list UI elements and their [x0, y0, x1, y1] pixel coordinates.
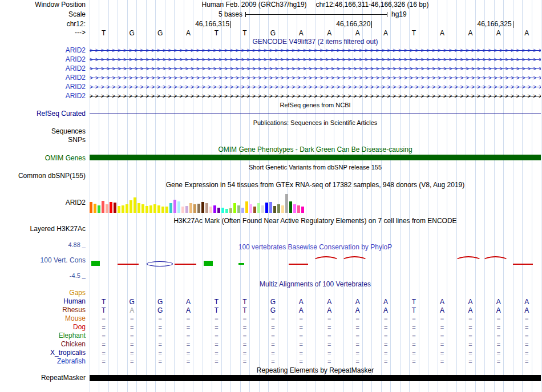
gencode-transcript-line[interactable]: >>>>>>>>>>>>>>>>>>>>>>>>>>>>>>>>>>>>>>>>… — [90, 56, 541, 64]
gtex-bar[interactable] — [221, 208, 224, 213]
gtex-bar[interactable] — [145, 206, 148, 213]
gtex-bar[interactable] — [249, 204, 252, 213]
gtex-bar[interactable] — [130, 200, 132, 213]
gtex-bar[interactable] — [90, 202, 92, 213]
multiz-track-title[interactable]: Multiz Alignments of 100 Vertebrates — [90, 281, 541, 288]
gencode-track-title[interactable]: GENCODE V49lift37 (2 items filtered out) — [90, 38, 541, 46]
gtex-bar[interactable] — [285, 194, 288, 213]
gtex-bar[interactable] — [157, 205, 160, 213]
h3k27ac-track-title[interactable]: H3K27Ac Mark (Often Found Near Active Re… — [90, 217, 541, 225]
gtex-bar[interactable] — [297, 205, 300, 213]
repeatmasker-track-title[interactable]: Repeating Elements by RepeatMasker — [90, 367, 541, 374]
gtex-bar[interactable] — [245, 201, 248, 213]
dbsnp-track-title[interactable]: Short Genetic Variants from dbSNP releas… — [90, 164, 541, 171]
gtex-bar[interactable] — [261, 205, 264, 213]
gtex-track-title[interactable]: Gene Expression in 54 tissues from GTEx … — [90, 181, 541, 189]
gencode-transcript-line[interactable]: >>>>>>>>>>>>>>>>>>>>>>>>>>>>>>>>>>>>>>>>… — [90, 74, 541, 82]
omim-gene-bar[interactable] — [90, 155, 541, 160]
gtex-bar[interactable] — [114, 203, 116, 213]
multiz-species-label[interactable]: Dog — [0, 324, 86, 331]
gtex-bar[interactable] — [118, 206, 120, 213]
multiz-species-label[interactable]: Zebrafish — [0, 358, 86, 365]
gtex-bar[interactable] — [293, 204, 296, 213]
gtex-bar[interactable] — [201, 202, 204, 213]
gtex-bar[interactable] — [229, 208, 232, 213]
gtex-bar[interactable] — [241, 208, 244, 213]
gtex-bar[interactable] — [126, 204, 128, 213]
multiz-species-label[interactable]: Elephant — [0, 332, 86, 340]
repeatmasker-label[interactable]: RepeatMasker — [0, 374, 86, 382]
gtex-gene-label[interactable]: ARID2 — [0, 199, 86, 207]
gencode-item-label[interactable]: ARID2 — [0, 83, 86, 91]
gtex-bar[interactable] — [102, 201, 104, 213]
h3k27ac-label[interactable]: Layered H3K27Ac — [0, 225, 86, 233]
gtex-bar[interactable] — [122, 205, 124, 213]
gtex-bar[interactable] — [205, 203, 208, 213]
gtex-bar[interactable] — [94, 204, 96, 213]
gtex-bar[interactable] — [185, 206, 188, 213]
gencode-item-label[interactable]: ARID2 — [0, 74, 86, 82]
gtex-bar[interactable] — [193, 204, 196, 213]
gtex-bar[interactable] — [209, 207, 212, 213]
gtex-bar[interactable] — [217, 208, 220, 213]
multiz-species-label[interactable]: Gaps — [0, 289, 86, 297]
publications-track-title[interactable]: Publications: Sequences in Scientific Ar… — [90, 119, 541, 127]
sequences-label[interactable]: Sequences — [0, 128, 86, 135]
snps-label[interactable]: SNPs — [0, 136, 86, 144]
gtex-bar[interactable] — [137, 203, 140, 213]
multiz-species-label[interactable]: Rhesus — [0, 306, 86, 314]
gencode-transcript-line[interactable]: >>>>>>>>>>>>>>>>>>>>>>>>>>>>>>>>>>>>>>>>… — [90, 65, 541, 73]
gtex-bar[interactable] — [98, 205, 100, 213]
alignment-gap-mark: = — [230, 332, 258, 340]
gtex-bar[interactable] — [177, 201, 180, 213]
gencode-transcript-line[interactable]: >>>>>>>>>>>>>>>>>>>>>>>>>>>>>>>>>>>>>>>>… — [90, 83, 541, 91]
gtex-bar[interactable] — [173, 200, 176, 213]
gtex-bar[interactable] — [165, 207, 168, 213]
alignment-gap-mark: = — [316, 315, 343, 323]
multiz-species-label[interactable]: X_tropicalis — [0, 349, 86, 357]
refseq-gene-line[interactable] — [90, 114, 541, 114]
multiz-species-label[interactable]: Human — [0, 298, 86, 305]
gtex-bar[interactable] — [273, 206, 276, 213]
conservation-track-title[interactable]: 100 vertebrates Basewise Conservation by… — [90, 244, 541, 251]
gencode-transcript-line[interactable]: >>>>>>>>>>>>>>>>>>>>>>>>>>>>>>>>>>>>>>>>… — [90, 92, 541, 100]
gtex-bar[interactable] — [153, 204, 156, 213]
gtex-bar[interactable] — [289, 201, 292, 213]
gtex-bar[interactable] — [106, 204, 108, 213]
refseq-curated-label[interactable]: RefSeq Curated — [0, 110, 86, 118]
gtex-bar[interactable] — [225, 209, 228, 213]
dbsnp-label[interactable]: Common dbSNP(155) — [0, 172, 86, 180]
gtex-bar[interactable] — [253, 207, 256, 213]
gtex-bar[interactable] — [233, 203, 236, 213]
gtex-bar[interactable] — [265, 203, 268, 213]
gtex-bar[interactable] — [277, 204, 280, 213]
conservation-label[interactable]: 100 Vert. Cons — [0, 257, 86, 264]
gtex-bar[interactable] — [181, 207, 184, 213]
gtex-bar[interactable] — [134, 197, 136, 213]
gtex-bar[interactable] — [301, 207, 304, 213]
gtex-bar[interactable] — [189, 203, 192, 213]
gtex-bar[interactable] — [197, 204, 200, 213]
gtex-bar[interactable] — [237, 205, 240, 213]
multiz-species-label[interactable]: Mouse — [0, 315, 86, 322]
gtex-bar[interactable] — [281, 205, 284, 213]
repeatmasker-bar[interactable] — [90, 375, 541, 381]
gencode-item-label[interactable]: ARID2 — [0, 56, 86, 63]
gtex-bar[interactable] — [141, 204, 144, 213]
gtex-bar[interactable] — [161, 207, 164, 213]
gencode-item-label[interactable]: ARID2 — [0, 65, 86, 72]
omim-track-title[interactable]: OMIM Gene Phenotypes - Dark Green Can Be… — [90, 146, 541, 153]
omim-genes-label[interactable]: OMIM Genes — [0, 155, 86, 162]
gtex-bar[interactable] — [110, 202, 112, 213]
gencode-item-label[interactable]: ARID2 — [0, 47, 86, 54]
gtex-bar[interactable] — [269, 202, 272, 213]
gtex-bar[interactable] — [149, 205, 152, 213]
gtex-bar[interactable] — [169, 203, 172, 213]
gencode-transcript-line[interactable]: >>>>>>>>>>>>>>>>>>>>>>>>>>>>>>>>>>>>>>>>… — [90, 47, 541, 55]
gtex-bar[interactable] — [213, 205, 216, 213]
gtex-bar[interactable] — [257, 203, 260, 213]
multiz-species-label[interactable]: Chicken — [0, 341, 86, 348]
ruler-coordinate: 46,166,320 — [319, 21, 370, 28]
gencode-item-label[interactable]: ARID2 — [0, 92, 86, 100]
refseq-track-title[interactable]: RefSeq genes from NCBI — [90, 102, 541, 109]
